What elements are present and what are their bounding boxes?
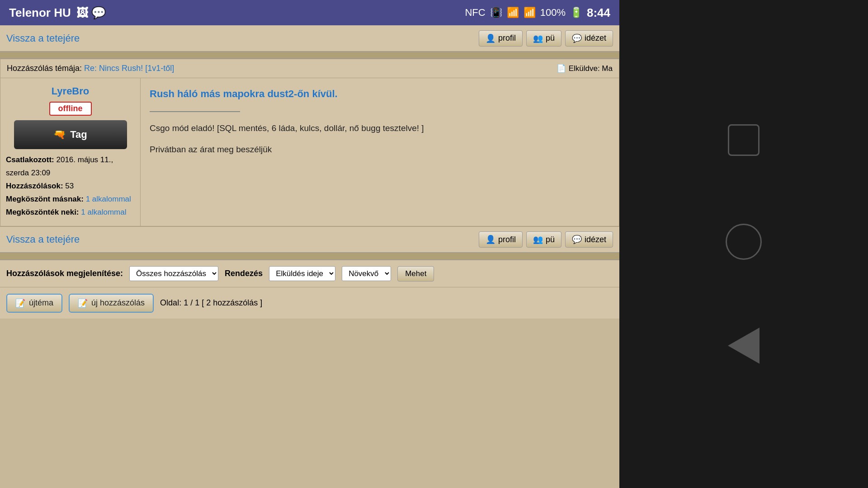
- sort-select[interactable]: Növekvő: [342, 266, 391, 281]
- idezet-icon: 💬: [572, 33, 582, 43]
- post-container: Hozzászólás témája: Re: Nincs Rush! [1v1…: [0, 59, 619, 226]
- bottom-idezet-button[interactable]: 💬 idézet: [565, 231, 613, 248]
- post-body-text-2: Privátban az árat meg beszéljük: [150, 142, 610, 157]
- hozzaszolasok-value: 53: [65, 182, 74, 190]
- bottom-pu-button[interactable]: 👥 pü: [526, 231, 561, 248]
- topic-link[interactable]: Re: Nincs Rush! [1v1-től]: [84, 64, 174, 73]
- profil-icon: 👤: [486, 33, 495, 43]
- megkoszont-masnak-row: Megköszönt másnak: 1 alkalommal: [6, 193, 135, 206]
- bottom-profil-icon: 👤: [486, 235, 495, 244]
- pu-icon: 👥: [533, 33, 543, 43]
- rendezas-label: Rendezés: [225, 269, 263, 278]
- idezet-button[interactable]: 💬 idézet: [565, 30, 613, 47]
- back-button[interactable]: [726, 224, 762, 260]
- vibrate-icon: 📳: [490, 7, 502, 19]
- pu-label: pü: [546, 33, 555, 43]
- hozzaszolasok-label: Hozzászólások:: [6, 182, 63, 190]
- bottom-pu-label: pü: [546, 235, 555, 244]
- battery-icon: 🔋: [570, 7, 582, 19]
- joined-row: Csatlakozott: 2016. május 11., szerda 23…: [6, 154, 135, 180]
- carrier-icons: 🖼 💬: [76, 6, 106, 20]
- doc-icon: 📄: [557, 64, 566, 73]
- post-divider: [150, 111, 240, 112]
- idezet-label: idézet: [585, 33, 606, 43]
- profil-label: profil: [498, 33, 516, 43]
- post-body: LyreBro offline 🔫 Tag Csatlakozott: 2016…: [0, 78, 619, 226]
- username[interactable]: LyreBro: [52, 85, 90, 97]
- joined-label: Csatlakozott:: [6, 155, 54, 164]
- profil-button[interactable]: 👤 profil: [479, 30, 523, 47]
- uj-hozzaszolas-label: új hozzászólás: [91, 298, 145, 308]
- separator-top: [0, 52, 619, 59]
- carrier-info: Telenor HU 🖼 💬: [9, 6, 106, 20]
- status-indicators: NFC 📳 📶 📶 100% 🔋 8:44: [465, 6, 610, 20]
- bottom-profil-label: profil: [498, 235, 516, 244]
- signal-icon: 📶: [524, 7, 536, 19]
- recents-button[interactable]: [728, 328, 760, 364]
- clock: 8:44: [587, 6, 610, 20]
- elkuldve-label: Elküldve: Ma: [569, 64, 613, 73]
- post-header-right: 📄 Elküldve: Ma: [557, 64, 613, 73]
- post-body-text-1: Csgo mód eladó! [SQL mentés, 6 láda, kul…: [150, 121, 610, 136]
- bottom-action-bar: 📝 újtéma 📝 új hozzászólás Oldal: 1 / 1 […: [0, 287, 619, 319]
- post-header-left: Hozzászólás témája: Re: Nincs Rush! [1v1…: [7, 64, 174, 73]
- nfc-icon: NFC: [465, 7, 485, 19]
- mehet-button[interactable]: Mehet: [397, 266, 434, 282]
- top-nav-bar: Vissza a tetejére 👤 profil 👥 pü 💬 idézet: [0, 25, 619, 52]
- bottom-nav-buttons-group: 👤 profil 👥 pü 💬 idézet: [479, 231, 613, 248]
- megkoszont-masnak-value[interactable]: 1 alkalommal: [86, 195, 131, 203]
- uj-tema-button[interactable]: 📝 újtéma: [6, 294, 62, 313]
- user-sidebar: LyreBro offline 🔫 Tag Csatlakozott: 2016…: [0, 78, 141, 226]
- bottom-idezet-icon: 💬: [572, 235, 582, 244]
- megkoszontnek-row: Megköszönték neki: 1 alkalommal: [6, 206, 135, 219]
- bottom-idezet-label: idézet: [585, 235, 606, 244]
- display-label: Hozzászólások megjelenítése:: [6, 269, 123, 278]
- wifi-icon: 📶: [507, 7, 519, 19]
- user-tag-badge: 🔫 Tag: [14, 120, 127, 149]
- page-info: Oldal: 1 / 1 [ 2 hozzászólás ]: [160, 298, 262, 308]
- tag-label: Tag: [70, 129, 87, 141]
- footer-controls: Hozzászólások megjelenítése: Összes hozz…: [0, 260, 619, 287]
- rendezas-select[interactable]: Elküldés ideje: [269, 266, 335, 281]
- offline-badge: offline: [49, 102, 92, 116]
- megkoszontnek-label: Megköszönték neki:: [6, 208, 79, 216]
- gun-icon: 🔫: [53, 129, 66, 141]
- right-nav: [619, 0, 868, 488]
- bottom-profil-button[interactable]: 👤 profil: [479, 231, 523, 248]
- uj-tema-icon: 📝: [15, 298, 25, 308]
- topic-label: Hozzászólás témája:: [7, 64, 82, 73]
- bottom-pu-icon: 👥: [533, 235, 543, 244]
- hozzaszolasok-row: Hozzászólások: 53: [6, 180, 135, 193]
- status-bar: Telenor HU 🖼 💬 NFC 📳 📶 📶 100% 🔋 8:44: [0, 0, 619, 25]
- post-main-text: Rush háló más mapokra dust2-őn kívül.: [150, 85, 610, 102]
- uj-tema-label: újtéma: [29, 298, 53, 308]
- separator-bottom: [0, 253, 619, 260]
- bottom-back-to-top-link[interactable]: Vissza a tetejére: [6, 234, 80, 245]
- pu-button[interactable]: 👥 pü: [526, 30, 561, 47]
- uj-hozzaszolas-icon: 📝: [78, 298, 88, 308]
- post-header: Hozzászólás témája: Re: Nincs Rush! [1v1…: [0, 59, 619, 78]
- display-select[interactable]: Összes hozzászólás: [129, 266, 218, 281]
- megkoszont-masnak-label: Megköszönt másnak:: [6, 195, 84, 203]
- uj-hozzaszolas-button[interactable]: 📝 új hozzászólás: [69, 294, 154, 313]
- nav-buttons-group: 👤 profil 👥 pü 💬 idézet: [479, 30, 613, 47]
- post-content: Rush háló más mapokra dust2-őn kívül. Cs…: [141, 78, 619, 226]
- megkoszontnek-value[interactable]: 1 alkalommal: [81, 208, 126, 216]
- user-info: Csatlakozott: 2016. május 11., szerda 23…: [6, 154, 135, 219]
- carrier-name: Telenor HU: [9, 6, 71, 20]
- back-to-top-link[interactable]: Vissza a tetejére: [6, 33, 80, 44]
- bottom-nav-bar: Vissza a tetejére 👤 profil 👥 pü 💬 idézet: [0, 226, 619, 253]
- home-button[interactable]: [728, 124, 760, 156]
- battery-level: 100%: [540, 7, 566, 19]
